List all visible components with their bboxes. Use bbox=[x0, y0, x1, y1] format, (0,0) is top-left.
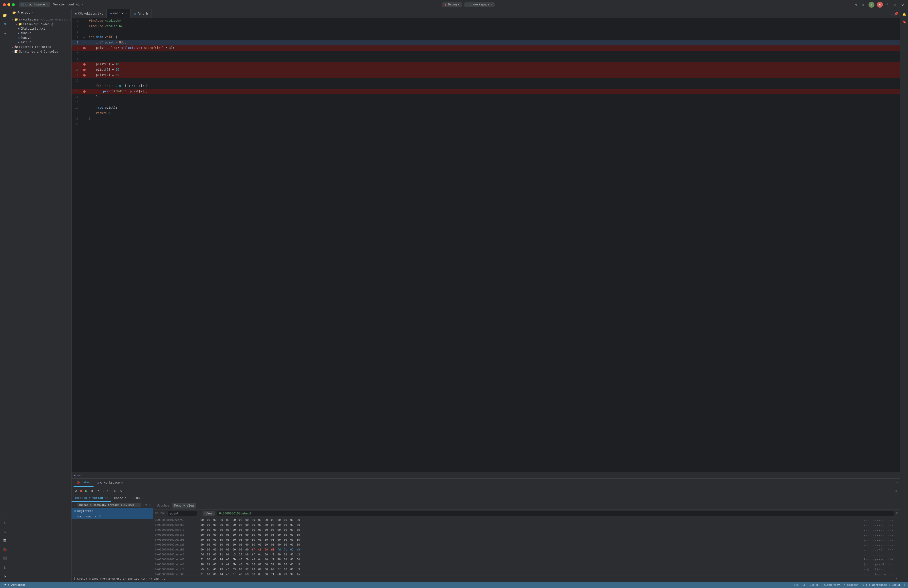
sidebar-item-c-workspace[interactable]: ▾ 📁 c-workspace ~/CLionProjects/c-worksp… bbox=[10, 17, 71, 22]
debug-tab-icon: 🐞 bbox=[76, 481, 80, 484]
evaluate-button[interactable]: ⊕ bbox=[113, 488, 118, 493]
sidebar-item-func-h[interactable]: ◎ func.h bbox=[10, 35, 71, 40]
debug-label: Debug bbox=[448, 3, 457, 6]
tab-close-icon[interactable]: ✕ bbox=[121, 482, 122, 484]
sidebar-item-func-c[interactable]: ● func.c bbox=[10, 31, 71, 35]
frame-name-text: main main.c:5 bbox=[77, 515, 101, 519]
code-lines: 1 #include <stdio.h> 2 #include <stdlib.… bbox=[72, 18, 900, 472]
more-options-button[interactable]: ⋯ bbox=[124, 488, 129, 493]
vcs-label[interactable]: Version control bbox=[53, 3, 80, 6]
right-more-icon[interactable]: ≡ bbox=[901, 26, 908, 32]
sidebar-item-cmakelists[interactable]: ■ CMakeLists.txt bbox=[10, 27, 71, 31]
memory-view-tab[interactable]: Memory View bbox=[172, 503, 196, 509]
code-editor[interactable]: 1 #include <stdio.h> 2 #include <stdlib.… bbox=[72, 18, 900, 478]
notification-bell-icon[interactable]: 🔔 bbox=[901, 11, 908, 18]
item-label: func.h bbox=[21, 36, 31, 40]
breadcrumb-file[interactable]: main bbox=[77, 474, 83, 477]
tab-main-c[interactable]: ● main.c ✕ bbox=[106, 10, 130, 18]
tab-close-icon[interactable]: ✕ bbox=[126, 12, 127, 15]
notifications-icon[interactable]: ℹ bbox=[1, 563, 9, 571]
structure-icon[interactable]: ⊞ bbox=[1, 20, 9, 28]
thread-dropdown-icon[interactable]: ▾ bbox=[142, 504, 144, 507]
restore-layout-button[interactable]: ⊞ bbox=[894, 488, 898, 493]
status-indent[interactable]: 4 spaces* bbox=[844, 583, 858, 586]
lldb-tab[interactable]: LLDB bbox=[130, 495, 143, 502]
notification-banner: ℹ Switch frames from anywhere in the IDE… bbox=[72, 575, 900, 582]
notification-close-icon[interactable]: ✕ bbox=[896, 577, 898, 580]
problems-icon[interactable]: ⚠ bbox=[1, 528, 9, 536]
status-workspace-label[interactable]: c_workspace bbox=[8, 583, 26, 586]
settings-icon[interactable]: ⚙ bbox=[900, 3, 905, 7]
checkmark-icon[interactable]: ✓ bbox=[891, 12, 893, 16]
debug-selector[interactable]: ▶ Debug ▾ bbox=[442, 2, 462, 7]
bookmark-icon[interactable]: 🔖 bbox=[901, 19, 908, 25]
more-icon[interactable]: ⋮ bbox=[885, 3, 890, 7]
frame-item-main[interactable]: ⊞ Registers bbox=[72, 508, 153, 514]
watch-button[interactable]: ✎ bbox=[118, 488, 123, 493]
folder-icon: 📁 bbox=[18, 23, 22, 26]
memory-view[interactable]: 0x0000000102debe50 00000000 00000000 000… bbox=[153, 517, 900, 575]
frame-list: ⊞ Registers main main.c:5 bbox=[72, 508, 153, 575]
share-icon[interactable]: ⤴ bbox=[904, 583, 906, 587]
sidebar-item-cmake-build[interactable]: ▶ 📁 cmake-build-debug bbox=[10, 22, 71, 27]
titlebar-center: ▶ Debug ▾ □ c_workspace ▾ bbox=[85, 2, 852, 7]
thread-expand-icon[interactable]: ▷ bbox=[149, 503, 151, 507]
debug-icon-left[interactable]: 🐞 bbox=[1, 546, 9, 553]
maximize-button[interactable] bbox=[12, 3, 15, 6]
thread-panel: ✓ Thread-1-<com.ap..thread> (8172278) ▾ … bbox=[72, 502, 153, 575]
view-button[interactable]: View bbox=[203, 511, 215, 516]
sidebar-item-external-libs[interactable]: ▶ 📚 External Libraries bbox=[10, 45, 71, 49]
status-line-ending[interactable]: LF bbox=[803, 583, 806, 586]
c-file-icon: ● bbox=[18, 32, 19, 35]
step-over-button[interactable]: ↷ bbox=[96, 488, 100, 493]
status-clang-tidy[interactable]: .clang-tidy bbox=[822, 583, 840, 586]
status-cursor-pos[interactable]: 5:1 bbox=[794, 583, 799, 586]
folder-icon[interactable]: 📁 bbox=[1, 11, 9, 19]
stop-button[interactable]: ■ bbox=[79, 488, 83, 493]
item-label: func.c bbox=[21, 32, 31, 35]
search-icon[interactable]: ⌕ bbox=[893, 3, 898, 7]
pause-button[interactable]: ⏸ bbox=[90, 488, 95, 493]
bottom-tab-workspace[interactable]: □ c_workspace ✕ bbox=[94, 478, 126, 487]
tab-cmakelists[interactable]: ■ CMakeLists.txt bbox=[72, 10, 106, 18]
pin-icon[interactable]: 📌 bbox=[894, 12, 898, 16]
plugin-icon[interactable]: ⬡ bbox=[1, 510, 9, 518]
edit-icon[interactable]: ✎ bbox=[854, 3, 859, 7]
close-button[interactable] bbox=[3, 3, 6, 6]
address-input[interactable] bbox=[167, 511, 197, 516]
status-encoding[interactable]: UTF-8 bbox=[810, 583, 818, 586]
thread-filter-icon[interactable]: ▽ bbox=[145, 503, 147, 507]
terminal-icon[interactable]: ⬛ bbox=[1, 554, 9, 562]
minimize-button[interactable] bbox=[7, 3, 10, 6]
step-out-button[interactable]: ↑ bbox=[106, 488, 109, 493]
vcs-branch-icon[interactable]: ⎇ bbox=[2, 583, 6, 587]
sidebar-title: Project bbox=[18, 11, 30, 14]
run-configs-icon[interactable]: ▷ bbox=[1, 519, 9, 527]
rerun-button[interactable]: ↺ bbox=[74, 488, 78, 493]
console-tab[interactable]: Console bbox=[111, 495, 130, 502]
sidebar-item-scratches[interactable]: ▶ 📝 Scratches and Consoles bbox=[10, 49, 71, 54]
chevron-down-icon: ▾ bbox=[491, 3, 492, 6]
project-selector[interactable]: ⬡ c_workspace ▾ bbox=[19, 2, 50, 7]
frame-item-current[interactable]: main main.c:5 bbox=[72, 514, 153, 519]
status-context[interactable]: C | c_workspace | Debug bbox=[862, 583, 900, 586]
tab-func-h[interactable]: ◎ func.h bbox=[130, 10, 151, 18]
workspace-selector[interactable]: □ c_workspace ▾ bbox=[464, 2, 495, 7]
registers-icon: ⊞ bbox=[74, 509, 76, 513]
services-icon[interactable]: ✿ bbox=[1, 572, 9, 580]
memory-settings-icon[interactable]: ⚙ bbox=[896, 511, 898, 516]
run-icon[interactable]: ▷ bbox=[861, 3, 866, 7]
resume-button[interactable]: ▶ bbox=[84, 488, 89, 493]
code-line-15: 15 } bbox=[72, 94, 900, 100]
watches-tab[interactable]: Watches bbox=[155, 503, 171, 509]
sidebar-item-main-c[interactable]: ● main.c bbox=[10, 40, 71, 45]
workspace-label: c_workspace bbox=[470, 3, 489, 6]
minimize-panel-icon[interactable]: ─ bbox=[896, 481, 898, 485]
list-icon[interactable]: ☰ bbox=[1, 536, 9, 545]
more-icon[interactable]: ⋮ bbox=[892, 481, 895, 485]
step-into-button[interactable]: ↓ bbox=[101, 488, 105, 493]
dropdown-arrow-icon: ▾ bbox=[199, 512, 201, 515]
more-tools-icon[interactable]: ⋯ bbox=[1, 29, 9, 37]
bottom-tab-debug[interactable]: 🐞 Debug bbox=[74, 478, 93, 487]
threads-variables-tab[interactable]: Threads & Variables bbox=[72, 495, 111, 502]
